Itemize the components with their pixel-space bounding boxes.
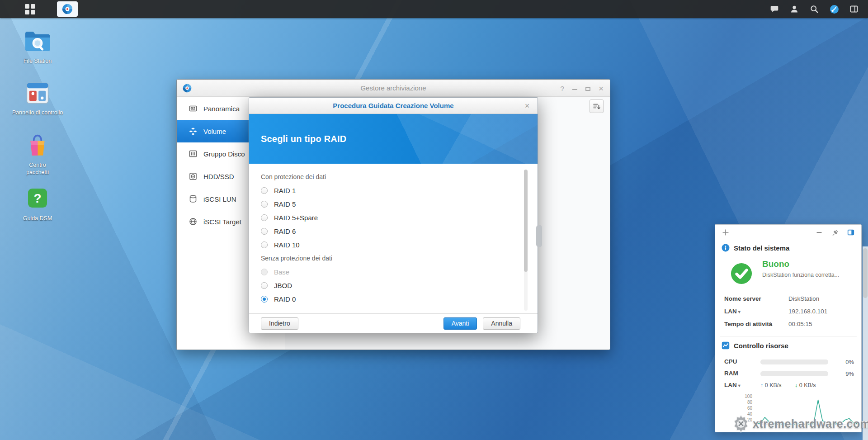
y-tick: 20 bbox=[731, 418, 752, 422]
window-titlebar[interactable]: Gestore archiviazione ? × bbox=[177, 80, 610, 97]
widget-panel-header bbox=[715, 225, 861, 240]
widgets-icon bbox=[849, 5, 859, 14]
close-button[interactable]: × bbox=[599, 84, 604, 93]
widget-title: Stato del sistema bbox=[734, 244, 789, 252]
lan-chart-dropdown[interactable]: LAN▾ bbox=[724, 382, 741, 388]
radio-icon[interactable] bbox=[261, 296, 268, 303]
desktop-icon-file-station[interactable]: File Station bbox=[9, 28, 66, 65]
next-button[interactable]: Avanti bbox=[443, 317, 477, 330]
radio-raid-6[interactable]: RAID 6 bbox=[261, 224, 538, 238]
ram-row: RAM 9% bbox=[715, 369, 861, 378]
wizard-footer: Indietro Avanti Annulla bbox=[249, 313, 538, 333]
wizard-scrollbar-thumb[interactable] bbox=[524, 170, 528, 272]
system-status-header[interactable]: Stato del sistema bbox=[722, 244, 789, 252]
radio-icon[interactable] bbox=[261, 214, 268, 221]
info-row-nome-server: Nome server DiskStation bbox=[715, 293, 861, 304]
lan-row: LAN▾ ↑ 0 KB/s ↓ 0 KB/s bbox=[715, 380, 861, 390]
control-panel-icon bbox=[9, 80, 66, 107]
y-tick: 60 bbox=[731, 406, 752, 411]
wizard-banner: Scegli un tipo RAID bbox=[249, 114, 538, 164]
info-value: DiskStation bbox=[788, 295, 819, 302]
sidebar-item-label: Panoramica bbox=[203, 105, 240, 113]
widget-pin-button[interactable] bbox=[830, 228, 840, 237]
sidebar-item-label: Volume bbox=[203, 128, 226, 135]
wizard-body: Con protezione dei dati RAID 1 RAID 5 RA… bbox=[249, 164, 538, 313]
page-scrollbar[interactable] bbox=[863, 246, 868, 440]
radio-label: RAID 0 bbox=[274, 295, 296, 303]
upload-arrow-icon: ↑ bbox=[760, 382, 763, 388]
storage-manager-icon bbox=[61, 3, 73, 15]
radio-jbod[interactable]: JBOD bbox=[261, 279, 538, 292]
scroll-indicator[interactable] bbox=[536, 225, 542, 247]
dsm-help-icon: ? bbox=[9, 185, 66, 213]
resource-monitor-header[interactable]: Controllo risorse bbox=[722, 341, 788, 350]
radio-raid-1[interactable]: RAID 1 bbox=[261, 184, 538, 197]
radio-icon[interactable] bbox=[261, 201, 268, 208]
taskbar-storage-manager-button[interactable] bbox=[57, 1, 78, 17]
radio-label: RAID 1 bbox=[274, 187, 296, 194]
taskbar bbox=[0, 0, 868, 18]
cpu-label: CPU bbox=[724, 358, 737, 365]
desktop-icon-control-panel[interactable]: Pannello di controllo bbox=[9, 80, 66, 117]
system-status-icon bbox=[722, 244, 730, 252]
main-menu-button[interactable] bbox=[19, 0, 41, 18]
desktop-icon-label: File Station bbox=[9, 58, 66, 65]
desktop-icon-label: Centro pacchetti bbox=[23, 162, 52, 176]
radio-raid-5[interactable]: RAID 5 bbox=[261, 197, 538, 211]
overview-icon bbox=[189, 104, 198, 113]
wizard-close-button[interactable]: × bbox=[522, 101, 532, 111]
desktop-icon-package-center[interactable]: Centro pacchetti bbox=[9, 132, 66, 176]
chevron-down-icon: ▾ bbox=[738, 309, 741, 314]
radio-icon[interactable] bbox=[261, 241, 268, 248]
resource-monitor-icon bbox=[722, 341, 730, 350]
package-center-icon bbox=[9, 132, 66, 159]
pilot-view-button[interactable] bbox=[824, 0, 844, 18]
sort-button[interactable] bbox=[590, 99, 604, 113]
maximize-button[interactable] bbox=[585, 85, 590, 92]
minimize-button[interactable] bbox=[572, 85, 577, 92]
desktop-icon-dsm-help[interactable]: ? Guida DSM bbox=[9, 185, 66, 222]
page-scrollbar-thumb[interactable] bbox=[863, 248, 868, 298]
cpu-row: CPU 0% bbox=[715, 357, 861, 367]
hdd-icon bbox=[189, 172, 198, 181]
sidebar-item-label: Gruppo Disco bbox=[203, 150, 245, 158]
user-options-button[interactable] bbox=[784, 0, 804, 18]
widget-panel: Stato del sistema Buono DiskStation funz… bbox=[715, 224, 862, 432]
cancel-button[interactable]: Annulla bbox=[483, 317, 520, 330]
back-button[interactable]: Indietro bbox=[261, 317, 298, 330]
notifications-button[interactable] bbox=[764, 0, 784, 18]
radio-icon[interactable] bbox=[261, 187, 268, 194]
add-widget-button[interactable] bbox=[721, 228, 730, 237]
svg-text:?: ? bbox=[33, 191, 41, 205]
radio-raid-5-spare[interactable]: RAID 5+Spare bbox=[261, 211, 538, 224]
download-arrow-icon: ↓ bbox=[795, 382, 797, 388]
radio-icon[interactable] bbox=[261, 228, 268, 235]
info-value: 00:05:15 bbox=[788, 321, 812, 327]
radio-icon[interactable] bbox=[261, 282, 268, 289]
help-button[interactable]: ? bbox=[561, 85, 564, 92]
search-button[interactable] bbox=[804, 0, 824, 18]
lan-dropdown[interactable]: LAN▾ bbox=[724, 308, 741, 315]
radio-label: RAID 6 bbox=[274, 227, 296, 235]
widget-title: Controllo risorse bbox=[734, 342, 788, 350]
raid-group-label: Con protezione dei dati bbox=[261, 170, 538, 184]
widget-minimize-button[interactable] bbox=[815, 228, 824, 237]
wizard-scrollbar[interactable] bbox=[524, 170, 528, 311]
widgets-button[interactable] bbox=[844, 0, 864, 18]
sidebar-item-label: iSCSI Target bbox=[203, 218, 241, 226]
radio-raid-0[interactable]: RAID 0 bbox=[261, 292, 538, 306]
y-tick: 100 bbox=[731, 394, 752, 399]
wizard-titlebar[interactable]: Procedura Guidata Creazione Volume × bbox=[249, 98, 538, 114]
info-row-uptime: Tempo di attività 00:05:15 bbox=[715, 319, 861, 330]
disk-group-icon bbox=[189, 149, 198, 158]
volume-wizard-dialog: Procedura Guidata Creazione Volume × Sce… bbox=[249, 97, 538, 333]
sidebar-item-label: iSCSI LUN bbox=[203, 195, 236, 203]
storage-manager-window-icon bbox=[182, 83, 192, 93]
iscsi-target-icon bbox=[189, 217, 198, 226]
wizard-title: Procedura Guidata Creazione Volume bbox=[333, 102, 453, 109]
raid-group-label: Senza protezione dei dati bbox=[261, 251, 538, 265]
desktop-icon-label: Pannello di controllo bbox=[9, 109, 66, 117]
info-label: Tempo di attività bbox=[724, 321, 772, 327]
radio-raid-10[interactable]: RAID 10 bbox=[261, 238, 538, 251]
widget-dock-button[interactable] bbox=[846, 228, 855, 237]
